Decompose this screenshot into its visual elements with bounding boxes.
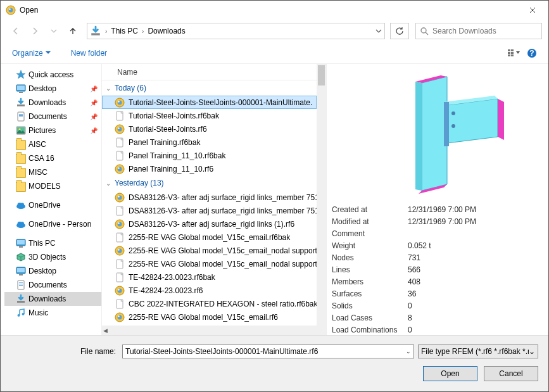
search-placeholder: Search Downloads <box>432 27 496 35</box>
tree-music[interactable]: Music <box>4 306 101 320</box>
group-label: Yesterday (13) <box>115 179 164 187</box>
property-label: Comment <box>332 229 408 238</box>
file-row[interactable]: Panel Training_11_10.rf6bak <box>102 149 317 162</box>
tree-desktop2[interactable]: Desktop <box>4 264 101 278</box>
chevron-down-icon: ⌄ <box>106 180 113 187</box>
file-name: CBC 2022-INTEGRATED HEXAGON - steel rati… <box>129 300 317 308</box>
tree-folder-models[interactable]: MODELS <box>4 179 101 193</box>
file-group-header[interactable]: ⌄Today (6) <box>102 80 317 96</box>
file-row[interactable]: 2255-RE VAG Global model_V15c_email.rf6b… <box>102 231 317 244</box>
address-bar[interactable]: › This PC › Downloads <box>87 23 385 39</box>
file-row[interactable]: DSA83126-V3- after adj surface_rigid lin… <box>102 217 317 231</box>
back-button[interactable] <box>7 22 25 40</box>
file-name: Panel Training.rf6bak <box>129 138 200 147</box>
backup-file-icon <box>115 137 125 148</box>
help-button[interactable] <box>523 48 541 58</box>
column-header-name[interactable]: Name <box>102 64 326 80</box>
svg-rect-25 <box>508 52 510 54</box>
property-value: 731 <box>408 253 420 262</box>
chevron-right-icon: › <box>103 28 110 35</box>
search-icon <box>420 27 429 35</box>
rf6-file-icon <box>115 98 125 108</box>
property-label: Modified at <box>332 217 408 226</box>
recent-dropdown[interactable] <box>45 22 63 40</box>
file-row[interactable]: Panel Training.rf6bak <box>102 136 317 149</box>
file-name: DSA83126-V3- after adj surface_rigid lin… <box>129 220 294 229</box>
rf6-file-icon <box>115 124 125 134</box>
file-row[interactable]: CBC 2022-INTEGRATED HEXAGON - steel rati… <box>102 297 317 310</box>
chevron-down-icon: ⌄ <box>529 347 535 356</box>
property-label: Members <box>332 277 408 286</box>
organize-button[interactable]: Organize <box>8 46 54 60</box>
breadcrumb-this-pc[interactable]: This PC <box>110 23 139 39</box>
tree-pictures[interactable]: Pictures📌 <box>4 123 101 137</box>
tree-onedrive[interactable]: OneDrive <box>4 198 101 212</box>
breadcrumb-downloads[interactable]: Downloads <box>146 23 186 39</box>
folder-icon <box>16 154 26 164</box>
svg-point-37 <box>451 124 455 128</box>
download-icon <box>16 294 26 304</box>
tree-onedrive-personal[interactable]: OneDrive - Person <box>4 217 101 231</box>
tree-folder-csa16[interactable]: CSA 16 <box>4 151 101 165</box>
chevron-right-icon: › <box>139 28 146 35</box>
tree-desktop[interactable]: Desktop📌 <box>4 82 101 96</box>
forward-button[interactable] <box>26 22 44 40</box>
chevron-down-icon[interactable] <box>375 28 382 34</box>
file-list-scrollbar[interactable] <box>317 64 326 335</box>
file-row[interactable]: TE-42824-23.0023.rf6 <box>102 284 317 297</box>
chevron-down-icon: ⌄ <box>106 85 113 92</box>
filename-input[interactable]: Tutorial-Steel-Joints-SteelJoints-000001… <box>122 345 414 358</box>
file-name: 2255-RE VAG Global model_V15c_email.rf6 <box>129 313 278 322</box>
file-row[interactable]: DSA83126-V3- after adj surface_rigid lin… <box>102 191 317 204</box>
document-icon <box>16 111 26 122</box>
new-folder-button[interactable]: New folder <box>67 46 111 60</box>
up-button[interactable] <box>64 22 82 40</box>
file-row[interactable]: 2255-RE VAG Global model_V15c_email_noda… <box>102 244 317 257</box>
file-row[interactable]: 2255-RE VAG Global model_V15c_email.rf6 <box>102 310 317 324</box>
arrow-right-icon <box>30 27 39 35</box>
file-row[interactable]: TE-42824-23.0023.rf6bak <box>102 270 317 284</box>
cancel-button[interactable]: Cancel <box>484 366 538 381</box>
open-button[interactable]: Open <box>423 366 477 381</box>
property-label: Lines <box>332 265 408 274</box>
filetype-select[interactable]: File type RFEM (*.rf6 *.rf6bak *.r ⌄ <box>418 345 538 358</box>
rf6-file-icon <box>115 246 125 256</box>
file-name: TE-42824-23.0023.rf6 <box>129 286 203 295</box>
file-name: Tutorial-Steel-Joints.rf6bak <box>129 111 219 120</box>
backup-file-icon <box>115 111 125 121</box>
tree-this-pc[interactable]: This PC <box>4 236 101 250</box>
file-name: DSA83126-V3- after adj surface_rigid lin… <box>129 193 317 202</box>
property-row: Created at12/31/1969 7:00 PM <box>327 203 548 215</box>
tree-documents[interactable]: Documents📌 <box>4 110 101 123</box>
desktop-icon <box>16 266 26 276</box>
tree-downloads2[interactable]: Downloads <box>4 292 101 306</box>
refresh-button[interactable] <box>390 23 409 39</box>
tree-folder-aisc[interactable]: AISC <box>4 137 101 151</box>
navigation-tree[interactable]: Quick access Desktop📌 Downloads📌 Documen… <box>1 64 102 335</box>
backup-file-icon <box>115 206 125 216</box>
file-list-hscrollbar[interactable]: ◀ ▶ <box>102 326 326 335</box>
group-label: Today (6) <box>115 84 146 92</box>
svg-point-36 <box>451 111 455 115</box>
file-row[interactable]: DSA83126-V3- after adj surface_rigid lin… <box>102 204 317 217</box>
property-label: Load Combinations <box>332 326 408 334</box>
svg-rect-23 <box>508 49 510 51</box>
tree-documents2[interactable]: Documents <box>4 278 101 292</box>
filename-label: File name: <box>11 347 118 356</box>
tree-folder-misc[interactable]: MISC <box>4 165 101 179</box>
file-row[interactable]: Tutorial-Steel-Joints.rf6bak <box>102 109 317 122</box>
tree-quick-access[interactable]: Quick access <box>4 68 101 82</box>
file-group-header[interactable]: ⌄Yesterday (13) <box>102 175 317 191</box>
file-row[interactable]: Tutorial-Steel-Joints-SteelJoints-000001… <box>102 96 317 109</box>
close-button[interactable] <box>518 1 547 20</box>
search-input[interactable]: Search Downloads <box>415 23 542 39</box>
file-row[interactable]: Tutorial-Steel-Joints.rf6 <box>102 122 317 136</box>
download-folder-icon <box>90 25 101 37</box>
tree-downloads[interactable]: Downloads📌 <box>4 96 101 110</box>
property-label: Solids <box>332 301 408 310</box>
tree-3d-objects[interactable]: 3D Objects <box>4 250 101 264</box>
file-row[interactable]: Panel Training_11_10.rf6 <box>102 162 317 175</box>
file-row[interactable]: 2255-RE VAG Global model_V15c_email_noda… <box>102 257 317 270</box>
pin-icon: 📌 <box>90 127 98 134</box>
view-options-button[interactable] <box>505 49 523 58</box>
